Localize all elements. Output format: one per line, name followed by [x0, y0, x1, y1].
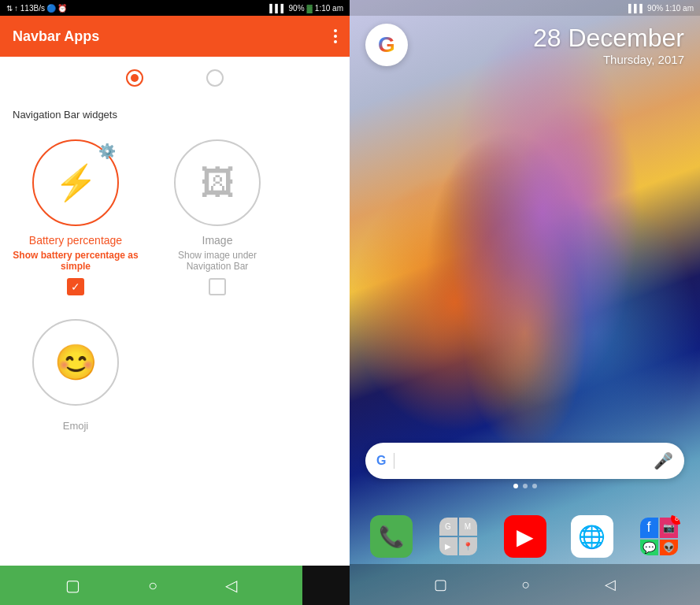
image-widget-circle: 🖼 [174, 139, 261, 226]
dot-3 [532, 484, 537, 488]
image-checkbox[interactable] [209, 278, 226, 295]
paint-explosion-overlay [350, 0, 700, 605]
status-bar-left: ⇅ ↑ 113B/s 🔵 ⏰ [6, 4, 67, 13]
right-status-text: ▌▌▌ 90% 1:10 am [628, 4, 694, 13]
widgets-row-1: ⚡ ⚙️ Battery percentage Show battery per… [13, 139, 337, 295]
usb-icon: ⇅ [6, 4, 13, 13]
bottom-nav: ▢ ○ ◁ [0, 566, 302, 605]
dot-1 [513, 484, 518, 488]
social-grid: f 📷 💬 👽 [640, 518, 678, 555]
emoji-widget-name: Emoji [63, 420, 89, 432]
google-search-bar[interactable]: G 🎤 [365, 443, 684, 479]
bluetooth-icon: 🔵 [46, 4, 56, 13]
app-dock: 📞 G M ▶ 📍 ▶ 🌐 f [357, 515, 692, 558]
overflow-menu-button[interactable] [334, 29, 337, 43]
gmail-grid: G M ▶ 📍 [439, 518, 477, 555]
right-nav-square-icon[interactable]: ▢ [434, 576, 447, 593]
battery-icon-large: ⚡ [54, 162, 98, 203]
chrome-icon: 🌐 [578, 524, 606, 550]
bottom-nav-black [302, 566, 350, 605]
menu-dot-2 [334, 35, 337, 38]
nav-back-icon[interactable]: ◁ [225, 576, 237, 595]
battery-gear-icon[interactable]: ⚙️ [98, 143, 116, 160]
alarm-icon: ⏰ [57, 4, 67, 13]
emoji-icon-large: 😊 [54, 342, 98, 383]
radio-tab-2[interactable] [206, 69, 224, 87]
youtube-icon: ▶ [517, 524, 534, 550]
radio-tab-bar [0, 57, 350, 99]
menu-dot-3 [334, 40, 337, 43]
right-status-bar: ▌▌▌ 90% 1:10 am [350, 0, 700, 16]
battery-percent: 90% [289, 4, 305, 13]
right-nav-back-icon[interactable]: ◁ [605, 576, 616, 593]
battery-widget[interactable]: ⚡ ⚙️ Battery percentage Show battery per… [13, 139, 139, 295]
checkmark-icon: ✓ [71, 280, 80, 293]
app-title: Navbar Apps [13, 28, 99, 45]
nav-square-icon[interactable]: ▢ [65, 576, 80, 595]
widgets-row-2: 😊 Emoji [13, 311, 337, 432]
battery-icon: ▓ [307, 4, 313, 13]
google-g-letter: G [378, 32, 395, 58]
bottom-bar-wrapper: ▢ ○ ◁ [0, 566, 350, 605]
microphone-icon[interactable]: 🎤 [654, 451, 673, 470]
image-widget[interactable]: 🖼 Image Show image under Navigation Bar [154, 139, 280, 295]
grid-3: ▶ [439, 537, 457, 555]
menu-dot-1 [334, 29, 337, 32]
reddit-icon: 👽 [660, 540, 678, 556]
google-logo-widget[interactable]: G [365, 24, 408, 66]
image-widget-desc: Show image under Navigation Bar [154, 250, 280, 272]
grid-4: 📍 [459, 537, 477, 555]
emoji-widget[interactable]: 😊 Emoji [13, 319, 139, 432]
chrome-app-icon[interactable]: 🌐 [571, 515, 613, 558]
image-icon-large: 🖼 [200, 163, 235, 202]
grid-2: M [459, 518, 477, 536]
emoji-widget-circle: 😊 [32, 319, 119, 406]
search-g-icon: G [376, 454, 386, 468]
widgets-area: ⚡ ⚙️ Battery percentage Show battery per… [0, 127, 350, 566]
search-divider [394, 453, 394, 469]
signal-icon: ▌▌▌ [269, 4, 286, 13]
wallpaper: ▌▌▌ 90% 1:10 am G 28 December Thursday, … [350, 0, 700, 605]
battery-checkbox[interactable]: ✓ [67, 278, 84, 295]
status-bar: ⇅ ↑ 113B/s 🔵 ⏰ ▌▌▌ 90% ▓ 1:10 am [0, 0, 350, 16]
page-dots [513, 484, 537, 488]
app-bar: Navbar Apps [0, 16, 350, 57]
image-widget-name: Image [202, 234, 233, 247]
left-panel: ⇅ ↑ 113B/s 🔵 ⏰ ▌▌▌ 90% ▓ 1:10 am Navbar … [0, 0, 350, 605]
radio-tab-1[interactable] [126, 69, 143, 87]
youtube-app-icon[interactable]: ▶ [504, 515, 546, 558]
grid-1: G [439, 518, 457, 536]
nav-home-icon[interactable]: ○ [148, 577, 157, 595]
date-day-month: 28 December [533, 24, 684, 53]
section-title: Navigation Bar widgets [0, 99, 350, 127]
battery-widget-desc: Show battery percentage as simple [13, 250, 139, 272]
battery-widget-name: Battery percentage [29, 234, 122, 247]
status-bar-right: ▌▌▌ 90% ▓ 1:10 am [269, 4, 343, 13]
date-widget: 28 December Thursday, 2017 [533, 24, 684, 66]
social-app-icon[interactable]: f 📷 💬 👽 8 [638, 515, 680, 558]
phone-icon: 📞 [379, 525, 404, 549]
right-bottom-nav: ▢ ○ ◁ [350, 564, 700, 605]
data-speed: ↑ 113B/s [14, 4, 45, 13]
dot-2 [523, 484, 528, 488]
phone-app-icon[interactable]: 📞 [370, 515, 413, 558]
whatsapp-icon: 💬 [640, 540, 658, 556]
gmail-app-icon[interactable]: G M ▶ 📍 [437, 515, 480, 558]
battery-widget-circle: ⚡ ⚙️ [32, 139, 119, 226]
date-weekday-year: Thursday, 2017 [533, 53, 684, 66]
facebook-icon: f [640, 518, 658, 538]
time-display: 1:10 am [315, 4, 343, 13]
right-panel: ▌▌▌ 90% 1:10 am G 28 December Thursday, … [350, 0, 700, 605]
right-nav-home-icon[interactable]: ○ [522, 577, 531, 593]
